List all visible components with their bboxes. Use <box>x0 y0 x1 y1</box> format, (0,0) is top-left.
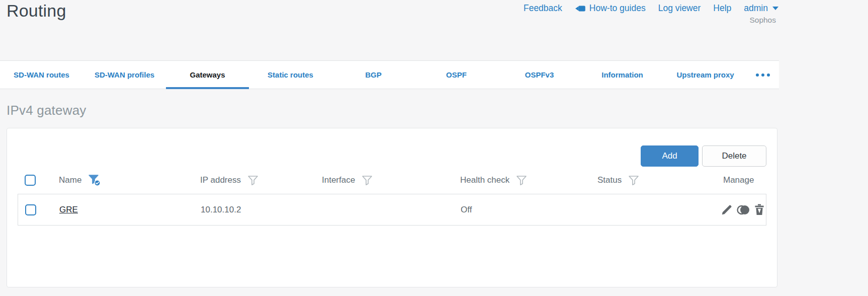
filter-icon[interactable] <box>516 175 527 186</box>
tab-upstream-proxy[interactable]: Upstream proxy <box>664 61 747 89</box>
gateway-name-link[interactable]: GRE <box>59 205 78 214</box>
tab-ospfv3[interactable]: OSPFv3 <box>498 61 581 89</box>
ip-address-cell: 10.10.10.2 <box>201 205 322 215</box>
column-header-status: Status <box>597 175 622 185</box>
log-viewer-link[interactable]: Log viewer <box>658 3 701 14</box>
filter-icon[interactable] <box>362 175 373 186</box>
column-header-manage: Manage <box>723 175 754 185</box>
tab-bar: SD-WAN routes SD-WAN profiles Gateways S… <box>0 60 779 89</box>
filter-icon[interactable] <box>247 175 258 186</box>
tab-bgp[interactable]: BGP <box>332 61 415 89</box>
tab-sd-wan-routes[interactable]: SD-WAN routes <box>0 61 83 89</box>
video-camera-icon <box>575 4 586 13</box>
chevron-down-icon <box>772 7 778 10</box>
column-header-health-check: Health check <box>460 175 509 185</box>
tab-sd-wan-profiles[interactable]: SD-WAN profiles <box>83 61 166 89</box>
tab-gateways[interactable]: Gateways <box>166 61 249 89</box>
edit-icon[interactable] <box>721 203 733 216</box>
help-link[interactable]: Help <box>713 3 731 14</box>
column-header-ip-address: IP address <box>200 175 241 185</box>
top-nav: Feedback How-to guides Log viewer Help a… <box>524 3 778 14</box>
feedback-link[interactable]: Feedback <box>524 3 562 14</box>
howto-guides-link[interactable]: How-to guides <box>575 3 646 14</box>
main-content: IPv4 gateway Add Delete Name <box>0 103 779 287</box>
column-header-interface: Interface <box>322 175 355 185</box>
row-checkbox[interactable] <box>25 204 36 215</box>
gateway-card: Add Delete Name <box>7 128 777 287</box>
health-check-cell: Off <box>461 205 598 215</box>
app-frame: Routing Feedback How-to guides Log viewe… <box>0 0 779 296</box>
add-button[interactable]: Add <box>641 145 699 167</box>
delete-button[interactable]: Delete <box>702 145 766 167</box>
page-header: Routing Feedback How-to guides Log viewe… <box>0 0 779 60</box>
column-header-name: Name <box>59 175 81 185</box>
table-toolbar: Add Delete <box>18 128 766 167</box>
ellipsis-icon <box>755 73 770 77</box>
table-row: GRE 10.10.10.2 Off <box>18 194 766 225</box>
tab-ospf[interactable]: OSPF <box>415 61 498 89</box>
section-heading: IPv4 gateway <box>7 103 779 118</box>
filter-active-icon[interactable] <box>88 174 102 187</box>
brand-label: Sophos <box>749 16 776 25</box>
delete-trash-icon[interactable] <box>753 203 765 216</box>
user-menu[interactable]: admin <box>744 3 778 14</box>
select-all-checkbox[interactable] <box>25 175 36 186</box>
more-tabs-button[interactable] <box>747 61 779 89</box>
tab-static-routes[interactable]: Static routes <box>249 61 332 89</box>
filter-icon[interactable] <box>628 175 639 186</box>
tab-information[interactable]: Information <box>581 61 664 89</box>
table-header-row: Name IP address <box>18 167 766 194</box>
table-body: GRE 10.10.10.2 Off <box>18 194 766 226</box>
clone-icon[interactable] <box>737 204 750 216</box>
